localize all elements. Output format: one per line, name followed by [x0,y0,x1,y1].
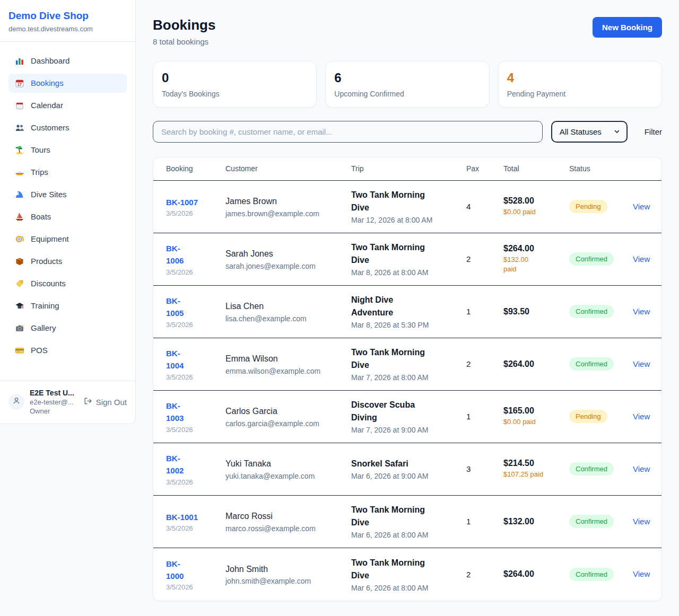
page-header: Bookings 8 total bookings New Booking [153,17,662,46]
table-row: BK-1001 3/5/2026 Marco Rossi marco.rossi… [153,496,661,548]
total-amount: $214.50 [503,459,569,468]
booking-id-link[interactable]: BK-1000 [166,558,225,583]
view-link[interactable]: View [633,202,650,211]
sidebar-item-label: Calendar [31,101,63,110]
page-subtitle: 8 total bookings [153,37,215,46]
new-booking-button[interactable]: New Booking [593,17,662,38]
customer-cell: Marco Rossi marco.rossi@example.com [225,511,351,533]
sidebar-item-label: Equipment [31,234,69,243]
customer-cell: James Brown james.brown@example.com [225,196,351,218]
customer-email: emma.wilson@example.com [225,367,351,375]
sidebar-item-trips[interactable]: Trips [8,163,127,182]
trip-name: Two Tank Morning Dive [351,241,435,267]
stats-cards: 0Today's Bookings6Upcoming Confirmed4Pen… [153,61,662,108]
sidebar-item-training[interactable]: Training [8,296,127,315]
booking-id-link[interactable]: BK-1004 [166,347,225,372]
booking-date: 3/5/2026 [166,583,225,591]
pax-value: 2 [466,359,503,368]
view-link[interactable]: View [633,464,650,473]
sidebar-item-equipment[interactable]: Equipment [8,230,127,249]
dive-sites-icon [15,190,24,199]
table-row: BK-1003 3/5/2026 Carlos Garcia carlos.ga… [153,391,661,443]
sidebar-item-products[interactable]: Products [8,252,127,271]
sidebar-item-label: Gallery [31,323,56,332]
sign-out-button[interactable]: Sign Out [83,397,127,407]
sidebar-item-bookings[interactable]: 17Bookings [8,74,127,93]
view-link[interactable]: View [633,254,650,263]
sidebar-item-tours[interactable]: Tours [8,140,127,160]
status-badge: Pending [569,410,607,423]
page-title: Bookings [153,17,215,33]
sidebar-item-dashboard[interactable]: Dashboard [8,51,127,71]
column-header-trip: Trip [351,164,466,173]
customer-name: Emma Wilson [225,353,351,365]
customer-name: Yuki Tanaka [225,458,351,470]
booking-cell: BK-1007 3/5/2026 [166,196,225,217]
trip-name: Two Tank Morning Dive [351,504,435,529]
user-icon [12,397,21,407]
sidebar-item-label: Bookings [31,78,64,87]
customer-cell: Sarah Jones sarah.jones@example.com [225,248,351,270]
sidebar-item-dive-sites[interactable]: Dive Sites [8,185,127,204]
trip-datetime: Mar 7, 2026 at 8:00 AM [351,373,466,382]
total-cell: $264.00 $132.00paid [503,244,569,274]
pos-icon [15,346,24,355]
pax-value: 1 [466,412,503,421]
sidebar-item-boats[interactable]: Boats [8,207,127,226]
total-cell: $93.50 [503,307,569,316]
sidebar-item-customers[interactable]: Customers [8,118,127,137]
pax-value: 2 [466,254,503,263]
view-link[interactable]: View [633,412,650,421]
booking-id-link[interactable]: BK-1002 [166,452,225,477]
stat-value: 6 [334,71,480,86]
customer-cell: Carlos Garcia carlos.garcia@example.com [225,406,351,428]
booking-id-link[interactable]: BK-1006 [166,242,225,267]
boats-icon [15,212,24,222]
training-icon [15,301,24,311]
customer-name: Marco Rossi [225,511,351,522]
trip-cell: Two Tank Morning Dive Mar 7, 2026 at 8:0… [351,346,466,382]
trip-name: Two Tank Morning Dive [351,189,435,214]
customer-cell: John Smith john.smith@example.com [225,564,351,586]
view-link[interactable]: View [633,569,650,578]
customer-name: James Brown [225,196,351,207]
sidebar-item-pos[interactable]: POS [8,341,127,360]
status-cell: Confirmed [569,305,633,318]
svg-text:17: 17 [18,83,22,86]
search-input[interactable] [153,121,543,143]
view-link[interactable]: View [633,517,650,526]
status-filter-select[interactable]: All Statuses [551,121,628,143]
trip-name: Discover Scuba Diving [351,399,435,424]
column-header-pax: Pax [466,164,503,173]
sidebar: Demo Dive Shop demo.test.divestreams.com… [0,0,136,424]
trip-cell: Snorkel Safari Mar 6, 2026 at 9:00 AM [351,457,466,480]
sidebar-item-discounts[interactable]: Discounts [8,274,127,293]
stat-label: Today's Bookings [162,90,308,98]
table-row: BK-1005 3/5/2026 Lisa Chen lisa.chen@exa… [153,286,661,338]
total-cell: $132.00 [503,517,569,526]
filter-button[interactable]: Filter [645,127,662,136]
booking-id-link[interactable]: BK-1003 [166,400,225,425]
table-row: BK-1004 3/5/2026 Emma Wilson emma.wilson… [153,338,661,391]
customer-email: carlos.garcia@example.com [225,419,351,428]
pax-value: 4 [466,202,503,211]
trip-cell: Night Dive Adventure Mar 8, 2026 at 5:30… [351,294,466,329]
booking-id-link[interactable]: BK-1007 [166,196,225,208]
sidebar-item-gallery[interactable]: Gallery [8,319,127,338]
customer-name: Carlos Garcia [225,406,351,417]
total-cell: $528.00 $0.00 paid [503,196,569,217]
total-amount: $264.00 [503,359,569,369]
view-link[interactable]: View [633,307,650,316]
sidebar-item-calendar[interactable]: Calendar [8,96,127,115]
status-badge: Confirmed [569,515,614,528]
booking-id-link[interactable]: BK-1005 [166,295,225,320]
view-link[interactable]: View [633,359,650,368]
sidebar-item-label: Products [31,257,62,266]
stat-value: 4 [507,71,653,86]
sidebar-item-label: Dashboard [31,56,69,65]
booking-cell: BK-1002 3/5/2026 [166,452,225,486]
status-cell: Pending [569,200,633,213]
column-header-total: Total [503,164,569,173]
booking-id-link[interactable]: BK-1001 [166,511,225,523]
pax-value: 2 [466,570,503,579]
